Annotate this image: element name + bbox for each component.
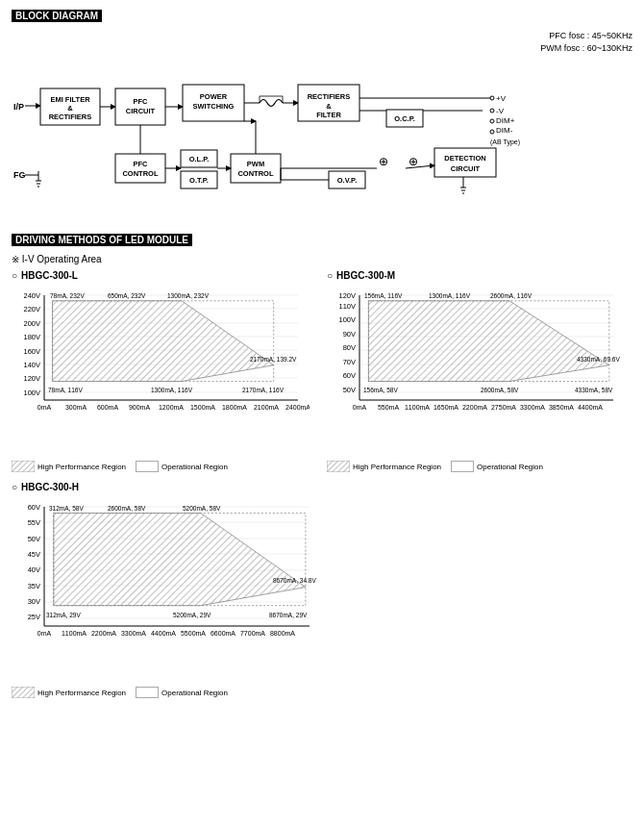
svg-text:100V: 100V [338,315,356,324]
legend-hatch-item-l: High Performance Region [12,461,126,472]
svg-text:156mA, 58V: 156mA, 58V [363,387,398,393]
svg-text:80V: 80V [343,343,356,352]
svg-text:50V: 50V [343,386,356,394]
svg-text:8670mA, 29V: 8670mA, 29V [269,612,308,618]
legend-hatch-item-h: High Performance Region [12,687,126,698]
svg-text:140V: 140V [23,361,40,369]
block-diagram-svg: I/P FG EMI FILTER & RECTIFIERS PFC CIRCU… [12,58,634,216]
svg-text:0mA: 0mA [353,404,367,411]
svg-text:CIRCUIT: CIRCUIT [451,164,481,173]
svg-text:550mA: 550mA [378,404,400,411]
diode-symbol2: ⊕ [409,155,418,168]
svg-text:2200mA: 2200mA [462,404,487,411]
abtype-label: (AB Type) [490,138,520,146]
svg-text:2600mA, 58V: 2600mA, 58V [481,387,519,393]
block-diagram-section: BLOCK DIAGRAM PFC fosc : 45~50KHz PWM fo… [12,10,632,218]
svg-text:PFC: PFC [134,97,149,106]
svg-text:30V: 30V [28,597,40,606]
freq-note: PFC fosc : 45~50KHz PWM fosc : 60~130KHz [12,30,632,54]
svg-text:650mA, 232V: 650mA, 232V [108,292,146,299]
svg-text:O.L.P.: O.L.P. [189,155,210,163]
svg-text:4330mA, 58V: 4330mA, 58V [575,387,613,393]
svg-text:1300mA, 232V: 1300mA, 232V [167,292,210,299]
svg-text:EMI FILTER: EMI FILTER [50,95,90,104]
fg-label: FG [13,170,26,180]
svg-text:1500mA: 1500mA [190,404,215,411]
svg-text:120V: 120V [23,374,40,383]
svg-text:2600mA, 116V: 2600mA, 116V [490,292,533,299]
svg-text:8670mA, 34.8V: 8670mA, 34.8V [273,577,316,584]
driving-methods-section: DRIVING METHODS OF LED MODULE ※ I-V Oper… [12,234,632,698]
svg-text:200V: 200V [23,319,40,328]
legend-l: High Performance Region Operational Regi… [12,461,317,472]
svg-text:2170mA, 139.2V: 2170mA, 139.2V [250,356,297,363]
svg-text:25V: 25V [28,613,40,621]
svg-text:1100mA: 1100mA [62,630,87,637]
svg-text:70V: 70V [343,358,356,366]
svg-text:60V: 60V [28,503,40,512]
svg-rect-173 [12,687,35,698]
high-perf-region-h [54,514,306,606]
svg-text:1300mA, 116V: 1300mA, 116V [151,387,193,393]
svg-text:2600mA, 58V: 2600mA, 58V [108,505,146,512]
svg-text:3300mA: 3300mA [520,404,545,411]
high-perf-region-l [53,301,274,382]
legend-m: High Performance Region Operational Regi… [327,461,632,472]
legend-empty-item-l: Operational Region [136,461,228,472]
svg-text:2200mA: 2200mA [91,630,116,637]
svg-text:600mA: 600mA [97,404,119,411]
svg-text:60V: 60V [343,371,356,380]
svg-text:220V: 220V [23,305,40,314]
svg-text:160V: 160V [23,347,40,356]
svg-text:312mA, 58V: 312mA, 58V [49,505,84,512]
svg-text:2100mA: 2100mA [254,404,279,411]
svg-text:35V: 35V [28,582,40,590]
svg-text:1650mA: 1650mA [433,404,458,411]
svg-text:3300mA: 3300mA [121,630,146,637]
svg-text:100V: 100V [23,389,40,397]
chart-hbgc-300-l: ○HBGC-300-L 240V 220V 200V 180V 160V [12,270,317,472]
svg-text:55V: 55V [28,518,40,527]
svg-point-30 [490,109,494,113]
svg-point-31 [490,119,494,123]
legend-empty-item-m: Operational Region [451,461,543,472]
svg-rect-42 [115,154,165,183]
svg-text:6600mA: 6600mA [211,630,235,637]
svg-text:240V: 240V [23,291,40,300]
svg-text:45V: 45V [28,550,40,559]
svg-text:PFC: PFC [134,160,149,168]
svg-text:DETECTION: DETECTION [444,154,485,163]
svg-text:RECTIFIERS: RECTIFIERS [308,92,351,101]
ip-label: I/P [13,102,24,112]
chart-hbgc-300-m: ○HBGC-300-M 120V 110V [327,270,632,472]
svg-point-32 [490,130,494,134]
svg-text:RECTIFIERS: RECTIFIERS [49,113,92,121]
svg-text:8800mA: 8800mA [270,630,295,637]
svg-text:5200mA, 29V: 5200mA, 29V [173,612,211,618]
iv-note: ※ I-V Operating Area [12,254,632,264]
vplus-label: +V [496,94,507,103]
chart-h-svg: 60V 55V 50V 45V 40V 35V 30V 25V [12,496,329,684]
svg-text:0mA: 0mA [37,404,52,411]
svg-rect-49 [231,154,281,183]
svg-text:5200mA, 58V: 5200mA, 58V [183,505,221,512]
svg-text:78mA, 116V: 78mA, 116V [48,387,83,393]
high-perf-region-m [368,301,608,382]
svg-text:180V: 180V [23,333,40,341]
svg-text:300mA: 300mA [65,404,87,411]
svg-text:900mA: 900mA [129,404,151,411]
y-axis-l: 240V 220V 200V 180V 160V 140V 120V 100V [23,291,40,397]
svg-text:1200mA: 1200mA [159,404,184,411]
svg-text:1100mA: 1100mA [405,404,430,411]
chart-m-title: ○HBGC-300-M [327,270,632,281]
svg-text:40V: 40V [28,565,40,574]
svg-text:4400mA: 4400mA [151,630,176,637]
block-diagram-title: BLOCK DIAGRAM [12,10,632,22]
svg-text:5500mA: 5500mA [181,630,206,637]
svg-text:0mA: 0mA [37,630,52,637]
legend-hatch-item-m: High Performance Region [327,461,441,472]
svg-text:1800mA: 1800mA [222,404,247,411]
y-axis-h: 60V 55V 50V 45V 40V 35V 30V 25V [28,503,40,621]
svg-text:CONTROL: CONTROL [237,169,273,178]
svg-text:2750mA: 2750mA [491,404,516,411]
